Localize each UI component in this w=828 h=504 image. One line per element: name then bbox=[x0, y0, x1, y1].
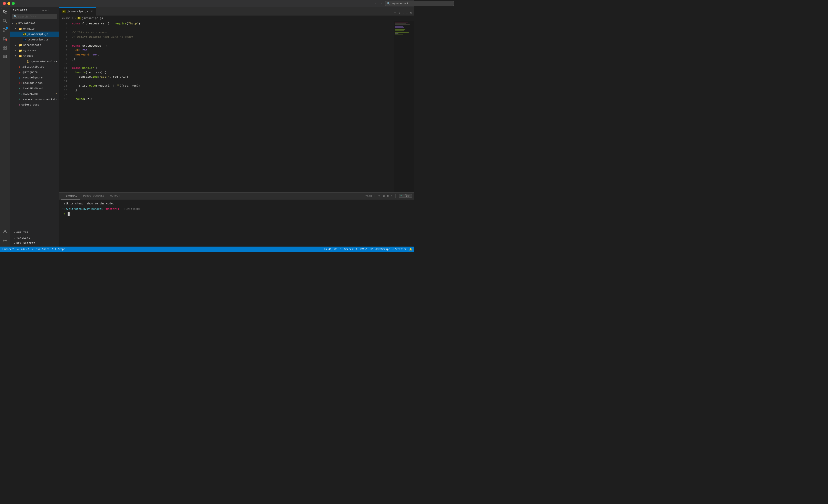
breadcrumb-filename[interactable]: javascript.js bbox=[82, 17, 103, 20]
terminal-tab-label: TERMINAL bbox=[64, 194, 77, 197]
sidebar-item-changelog[interactable]: M↓ CHANGELOG.md bbox=[10, 86, 59, 91]
sidebar-item-syntaxes[interactable]: ▶ 📁 syntaxes bbox=[10, 48, 59, 53]
window-controls bbox=[3, 2, 15, 5]
status-branch[interactable]: ⑂ master* bbox=[2, 248, 14, 251]
breadcrumb-js-icon: JS bbox=[77, 17, 81, 19]
code-editor[interactable]: 12345 678910 1112131415 161718 const { c… bbox=[59, 21, 414, 192]
sidebar-item-gitattributes[interactable]: ◈ .gitattributes bbox=[10, 64, 59, 70]
terminal-tab[interactable]: TERMINAL bbox=[61, 193, 80, 199]
status-gitgraph[interactable]: Git Graph bbox=[52, 248, 65, 251]
status-errors[interactable]: ⊗ 0 ⚠ 0 bbox=[21, 248, 29, 251]
new-folder-icon[interactable]: ⊕ bbox=[42, 9, 44, 12]
outline-section[interactable]: ▶ OUTLINE bbox=[10, 230, 59, 235]
terminal-maximize-icon[interactable]: ⊡ bbox=[387, 194, 389, 197]
timeline-section[interactable]: ▶ TIMELINE bbox=[10, 235, 59, 241]
status-sync[interactable]: ↻ bbox=[17, 248, 18, 251]
status-language[interactable]: JavaScript bbox=[375, 248, 390, 251]
themes-folder-icon: 📂 bbox=[19, 54, 22, 58]
themes-arrow: ▼ bbox=[15, 55, 18, 57]
status-lineending[interactable]: LF bbox=[370, 248, 373, 251]
tab-js-label: javascript.js bbox=[67, 10, 89, 13]
root-folder[interactable]: ▼ ⊟ MY-MONOKAI bbox=[10, 21, 59, 26]
debug-tab-label: DEBUG CONSOLE bbox=[83, 194, 105, 197]
account-icon[interactable] bbox=[1, 227, 9, 236]
extensions-icon[interactable] bbox=[1, 43, 9, 52]
maximize-button[interactable] bbox=[12, 2, 15, 5]
sidebar-item-theme-json[interactable]: {} my-monokai-color-theme.json bbox=[10, 59, 59, 64]
syntaxes-label: syntaxes bbox=[23, 49, 59, 52]
forward-nav-icon[interactable]: › bbox=[402, 11, 404, 15]
sync-icon: ↻ bbox=[17, 248, 18, 251]
sidebar-item-colors-scss[interactable]: ◇ colors.scss bbox=[10, 102, 59, 107]
status-encoding[interactable]: UTF-8 bbox=[360, 248, 367, 251]
title-bar-center: ‹ › 🔍 my-monokai bbox=[374, 1, 414, 6]
new-file-icon[interactable]: + bbox=[39, 9, 41, 12]
status-bar: ⑂ master* ↻ ⊗ 0 ⚠ 0 ⚡ Live Share Git Gra… bbox=[0, 246, 414, 252]
tab-javascript-js[interactable]: JS javascript.js × bbox=[59, 7, 96, 15]
refresh-icon[interactable]: ↻ bbox=[45, 9, 47, 12]
svg-rect-13 bbox=[3, 48, 5, 49]
code-line-5 bbox=[72, 39, 394, 44]
sidebar-item-gitignore[interactable]: ◈ .gitignore bbox=[10, 70, 59, 75]
breadcrumb-example[interactable]: example bbox=[62, 17, 74, 20]
code-line-17 bbox=[72, 92, 394, 97]
close-button[interactable] bbox=[3, 2, 6, 5]
lineending-label: LF bbox=[370, 248, 373, 251]
add-terminal-icon[interactable]: + bbox=[374, 194, 376, 198]
npm-scripts-section[interactable]: ▶ NPM SCRIPTS bbox=[10, 241, 59, 246]
terminal-close-icon[interactable]: × bbox=[391, 194, 392, 197]
split-right-icon[interactable]: ⊡ bbox=[409, 11, 412, 15]
more-tab-icon[interactable]: ⋯ bbox=[406, 11, 408, 15]
sidebar-item-package-json[interactable]: {} package.json bbox=[10, 80, 59, 86]
sidebar-item-screenshots[interactable]: ▶ 📁 screenshots bbox=[10, 42, 59, 48]
minimize-button[interactable] bbox=[7, 2, 10, 5]
terminal-prompt-line: ~/e/git/github/my-monokai (master±) · [2… bbox=[62, 207, 411, 211]
liveshare-label: ⚡ Live Share bbox=[32, 248, 49, 251]
sidebar-item-vscodeignore[interactable]: ⊕ .vscodeignore bbox=[10, 75, 59, 80]
more-actions-icon[interactable]: ··· bbox=[51, 9, 56, 12]
debug-console-tab[interactable]: DEBUG CONSOLE bbox=[80, 193, 107, 199]
settings-icon[interactable] bbox=[1, 236, 9, 244]
tab-close-button[interactable]: × bbox=[91, 10, 93, 13]
terminal-split-icon[interactable]: ⫩ bbox=[378, 194, 381, 197]
back-nav-icon[interactable]: ‹ bbox=[398, 11, 401, 15]
collapse-icon[interactable]: ⊟ bbox=[48, 9, 50, 12]
status-liveshare[interactable]: ⚡ Live Share bbox=[32, 248, 49, 251]
prettier-check-icon: ✓ bbox=[392, 248, 394, 251]
terminal-content[interactable]: Talk is cheap. Show me the code. ~/e/git… bbox=[59, 199, 414, 246]
output-tab[interactable]: OUTPUT bbox=[107, 193, 123, 199]
remote-icon[interactable] bbox=[1, 52, 9, 61]
encoding-label: UTF-8 bbox=[360, 248, 367, 251]
status-spaces[interactable]: Spaces: 2 bbox=[344, 248, 358, 251]
minimap-content bbox=[394, 21, 414, 192]
sidebar-item-example[interactable]: ▼ 📂 example bbox=[10, 26, 59, 32]
svg-point-5 bbox=[3, 31, 4, 32]
sidebar-item-javascript-js[interactable]: JS javascript.js bbox=[10, 32, 59, 37]
status-feedback[interactable]: 🔔 bbox=[409, 248, 412, 251]
run-debug-icon[interactable] bbox=[1, 35, 9, 43]
split-editor-icon[interactable]: ⫩ bbox=[393, 11, 397, 15]
errors-count: 0 bbox=[23, 248, 25, 251]
forward-button[interactable]: › bbox=[379, 1, 383, 6]
svg-rect-0 bbox=[3, 10, 5, 12]
sidebar-item-readme[interactable]: M↓ README.md M bbox=[10, 91, 59, 97]
prettier-label: Prettier bbox=[395, 248, 407, 251]
svg-rect-14 bbox=[5, 48, 7, 49]
code-content[interactable]: const { createServer } = require("http")… bbox=[69, 21, 394, 192]
fish-shell-label[interactable]: ~ fish bbox=[399, 194, 412, 198]
title-search-bar[interactable]: 🔍 my-monokai bbox=[385, 1, 414, 6]
sidebar-item-quickstart[interactable]: M↓ vsc-extension-quickstart.md bbox=[10, 97, 59, 102]
sidebar-item-typescript-ts[interactable]: TS typescript.ts bbox=[10, 37, 59, 42]
sidebar-item-themes[interactable]: ▼ 📂 themes bbox=[10, 53, 59, 59]
search-box[interactable]: 🔍 Search (⌘F) bbox=[12, 14, 57, 19]
terminal-cursor-line: -> bbox=[62, 212, 411, 216]
back-button[interactable]: ‹ bbox=[374, 1, 378, 6]
source-control-icon[interactable]: 1 bbox=[1, 26, 9, 34]
status-prettier[interactable]: ✓ Prettier bbox=[392, 248, 407, 251]
terminal-trash-icon[interactable]: 🗑 bbox=[383, 194, 385, 197]
explorer-icon[interactable] bbox=[1, 8, 9, 16]
editor-area: JS javascript.js × ⫩ ‹ › ⋯ ⊡ example › J… bbox=[59, 7, 414, 246]
search-icon[interactable] bbox=[1, 17, 9, 25]
status-position[interactable]: Ln 41, Col 1 bbox=[324, 248, 342, 251]
file-tree: ▼ ⊟ MY-MONOKAI ▼ 📂 example JS javascript… bbox=[10, 20, 59, 229]
